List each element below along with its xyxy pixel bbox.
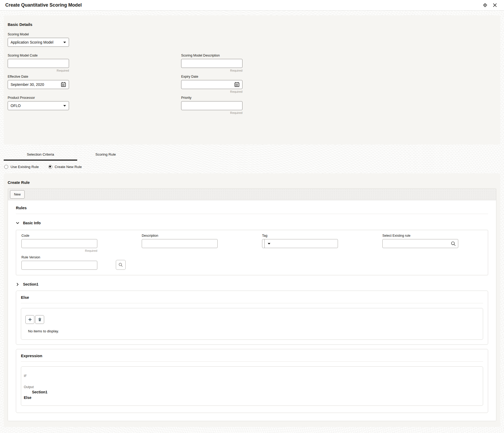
rule-version-search-button[interactable] [116,260,126,270]
rule-version-label: Rule Version [21,255,97,259]
rules-panel: New Rules Basic Info Code [8,188,496,421]
required-hint: Required [181,69,242,73]
window-controls [483,3,497,7]
calendar-icon[interactable] [61,82,66,87]
scoring-model-label: Scoring Model [8,32,69,36]
chevron-down-icon [63,41,66,43]
radio-option-use-existing-rule[interactable]: Use Existing Rule [4,165,39,169]
product-processor-select[interactable]: OFLO [8,101,69,110]
effective-date-input[interactable]: September 30, 2020 [8,80,69,89]
tag-label: Tag [262,234,338,238]
scoring-model-description-label: Scoring Model Description [181,54,242,57]
scoring-model-code-input[interactable] [8,59,69,68]
else-items-box: No items to display. [21,308,483,340]
divider [21,303,483,303]
form-row-processor-priority: Product Processor OFLO Priority Required [8,94,496,115]
page-title: Create Quantitative Scoring Model [5,2,82,8]
search-icon[interactable] [451,241,456,246]
rule-version-input[interactable] [21,261,97,270]
product-processor-label: Product Processor [8,96,69,100]
code-label: Code [21,234,97,238]
expression-preview: IF Output Section1 Else [21,366,483,406]
rules-toolbar: New [8,189,496,200]
expression-if: IF [24,374,483,378]
plus-icon [28,318,32,322]
basic-details-title: Basic Details [8,22,496,27]
empty-state-text: No items to display. [28,329,479,333]
select-existing-rule-label: Select Existing rule [382,234,458,238]
scoring-model-description-input[interactable] [181,59,242,68]
rule-mode-options: Use Existing Rule Create New Rule [4,163,500,170]
tab-selection-criteria[interactable]: Selection Criteria [4,149,77,161]
chevron-down-icon [268,243,271,245]
tab-bar: Selection Criteria Scoring Rule [4,149,500,161]
required-hint: Required [181,111,242,115]
expiry-date-label: Expiry Date [181,75,242,78]
radio-option-create-new-rule[interactable]: Create New Rule [48,165,82,169]
required-hint: Required [8,69,69,73]
priority-input[interactable] [181,101,242,110]
priority-label: Priority [181,96,242,100]
chevron-right-icon [16,283,19,286]
scoring-model-code-label: Scoring Model Code [8,54,69,57]
tag-dropdown-button[interactable] [264,239,273,248]
close-icon[interactable] [493,3,497,7]
radio-use-existing-rule[interactable] [4,165,8,169]
form-row-code-description: Scoring Model Code Required Scoring Mode… [8,52,496,73]
form-row-dates: Effective Date September 30, 2020 [8,73,496,94]
create-rule-section: Create Rule New Rules Basic Info [4,173,500,427]
tab-scoring-rule[interactable]: Scoring Rule [77,149,134,161]
add-item-button[interactable] [25,315,34,324]
collapse-icon[interactable] [483,3,487,7]
calendar-icon[interactable] [234,82,240,87]
delete-item-button[interactable] [35,315,44,324]
required-hint: Required [21,249,97,253]
radio-create-new-rule[interactable] [48,165,52,169]
divider [21,361,483,362]
required-hint: Required [181,90,242,94]
create-quantitative-scoring-model-window: Create Quantitative Scoring Model Basic … [0,0,504,433]
radio-label: Create New Rule [55,165,82,169]
basic-info-fieldbox: Code Required Description [16,230,488,275]
chevron-down-icon [16,221,19,225]
rules-panel-body: Rules Basic Info Code [8,200,496,421]
expression-else: Else [24,395,483,400]
basic-info-collapse-header[interactable]: Basic Info [16,221,488,225]
window-header: Create Quantitative Scoring Model [0,0,504,11]
expiry-date-input[interactable] [181,80,242,89]
expression-section-ref: Section1 [32,390,483,394]
form-row-scoring-model: Scoring Model Application Scoring Model [8,30,496,52]
tag-combobox[interactable] [262,239,338,248]
rules-heading: Rules [16,206,488,214]
description-input[interactable] [142,239,218,248]
trash-icon [38,318,42,322]
chevron-down-icon [63,105,66,107]
expression-output: Output [24,385,483,389]
scoring-model-select[interactable]: Application Scoring Model [8,38,69,47]
effective-date-label: Effective Date [8,75,69,78]
search-icon [118,263,123,267]
section1-collapse-header[interactable]: Section1 [16,282,488,286]
create-rule-title: Create Rule [8,180,496,185]
expression-title: Expression [21,353,483,358]
basic-details-section: Basic Details Scoring Model Application … [4,15,500,145]
expression-block: Expression IF Output Section1 Else [16,349,488,413]
else-title: Else [21,295,483,300]
new-button[interactable]: New [10,190,25,199]
description-label: Description [142,234,218,238]
pattern-gap [4,427,500,433]
select-existing-rule-input[interactable] [382,239,458,248]
radio-label: Use Existing Rule [11,165,39,169]
main-content: Basic Details Scoring Model Application … [0,11,504,433]
code-input[interactable] [21,239,97,248]
else-block: Else [16,291,488,345]
